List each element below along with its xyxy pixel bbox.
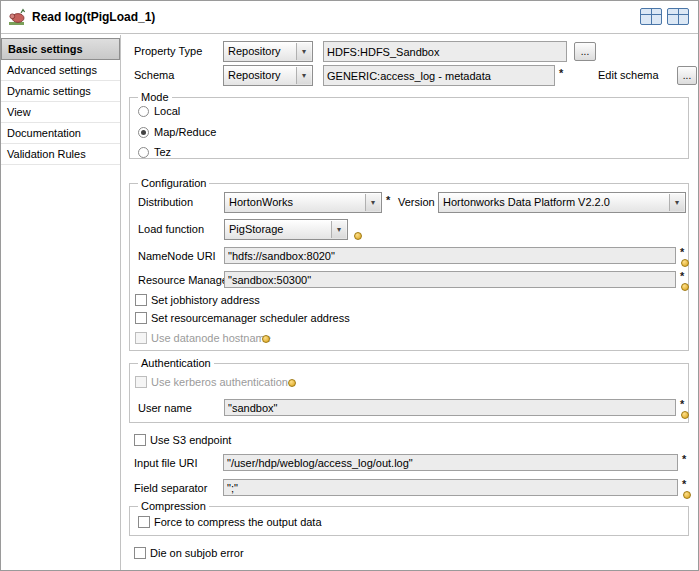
chevron-down-icon: ▾	[331, 221, 346, 238]
set-resourcemanager-scheduler-label[interactable]: Set resourcemanager scheduler address	[151, 312, 350, 324]
version-combo-value: Hortonworks Data Platform V2.2.0	[443, 196, 667, 208]
property-type-label: Property Type	[134, 45, 202, 57]
page-title: Read log(tPigLoad_1)	[32, 10, 155, 24]
edit-schema-label: Edit schema	[598, 69, 659, 81]
set-resourcemanager-scheduler-checkbox[interactable]	[135, 312, 147, 324]
load-function-combo-value: PigStorage	[229, 223, 329, 235]
schema-field[interactable]	[323, 65, 555, 86]
grid-view-icon[interactable]	[640, 8, 662, 25]
chevron-down-icon: ▾	[669, 194, 684, 211]
use-kerberos-checkbox	[135, 376, 147, 388]
set-jobhistory-checkbox[interactable]	[135, 294, 147, 306]
namenode-uri-field[interactable]	[224, 247, 676, 264]
version-label: Version	[398, 196, 435, 208]
sidebar-item-dynamic-settings[interactable]: Dynamic settings	[1, 81, 120, 102]
property-type-combo[interactable]: Repository ▾	[223, 41, 313, 62]
warning-icon	[262, 335, 270, 343]
edit-schema-browse-button[interactable]: ...	[677, 66, 697, 85]
user-name-label: User name	[138, 402, 192, 414]
use-s3-endpoint-checkbox[interactable]	[134, 434, 146, 446]
warning-icon	[354, 232, 362, 240]
mode-local-radio[interactable]	[138, 106, 149, 117]
chevron-down-icon: ▾	[365, 194, 380, 211]
distribution-combo-value: HortonWorks	[229, 196, 363, 208]
component-settings-panel: Read log(tPigLoad_1) Basic settings Adva…	[0, 0, 699, 571]
load-function-label: Load function	[138, 223, 204, 235]
property-type-browse-button[interactable]: ...	[574, 42, 596, 61]
property-type-combo-value: Repository	[228, 45, 294, 57]
resource-manager-field[interactable]	[224, 271, 676, 288]
use-s3-endpoint-label[interactable]: Use S3 endpoint	[150, 434, 231, 446]
field-separator-label: Field separator	[134, 482, 207, 494]
load-function-combo[interactable]: PigStorage ▾	[224, 219, 348, 240]
mode-tez-label[interactable]: Tez	[154, 146, 171, 158]
schema-combo-value: Repository	[228, 69, 294, 81]
die-on-subjob-error-label[interactable]: Die on subjob error	[150, 547, 244, 559]
user-name-required-mark: *	[680, 398, 684, 410]
use-kerberos-label: Use kerberos authentication	[151, 376, 288, 388]
distribution-required-mark: *	[386, 194, 390, 206]
sidebar-item-basic-settings[interactable]: Basic settings	[1, 38, 120, 60]
force-compress-label[interactable]: Force to compress the output data	[154, 516, 322, 528]
field-separator-required-mark: *	[682, 478, 686, 490]
schema-label: Schema	[134, 69, 174, 81]
authentication-group-title: Authentication	[138, 357, 214, 370]
sidebar-item-documentation[interactable]: Documentation	[1, 123, 120, 144]
set-jobhistory-label[interactable]: Set jobhistory address	[151, 294, 260, 306]
authentication-group: Authentication Use kerberos authenticati…	[129, 363, 689, 423]
sidebar-item-advanced-settings[interactable]: Advanced settings	[1, 60, 120, 81]
namenode-required-mark: *	[680, 246, 684, 258]
schema-combo[interactable]: Repository ▾	[223, 65, 313, 86]
configuration-group-title: Configuration	[138, 177, 209, 190]
input-file-uri-required-mark: *	[682, 453, 686, 465]
tpigload-component-icon	[8, 8, 26, 26]
warning-icon	[683, 491, 691, 499]
compression-group-title: Compression	[138, 500, 209, 513]
grid-view-alt-icon[interactable]	[667, 8, 689, 25]
distribution-combo[interactable]: HortonWorks ▾	[224, 192, 382, 213]
mode-local-label[interactable]: Local	[154, 105, 180, 117]
resource-manager-label: Resource Manager	[138, 274, 232, 286]
configuration-group: Configuration Distribution HortonWorks ▾…	[129, 183, 689, 351]
mode-mapreduce-radio[interactable]	[138, 127, 149, 138]
warning-icon	[681, 283, 689, 291]
warning-icon	[288, 379, 296, 387]
sidebar-item-validation-rules[interactable]: Validation Rules	[1, 144, 120, 165]
chevron-down-icon: ▾	[296, 67, 311, 84]
mode-group: Mode Local Map/Reduce Tez	[129, 97, 689, 159]
input-file-uri-field[interactable]	[223, 454, 678, 471]
settings-sidebar: Basic settings Advanced settings Dynamic…	[1, 35, 121, 571]
sidebar-item-view[interactable]: View	[1, 102, 120, 123]
property-type-field[interactable]	[323, 41, 567, 62]
mode-group-title: Mode	[138, 91, 172, 104]
header: Read log(tPigLoad_1)	[1, 1, 698, 34]
version-combo[interactable]: Hortonworks Data Platform V2.2.0 ▾	[438, 192, 686, 213]
mode-mapreduce-label[interactable]: Map/Reduce	[154, 126, 216, 138]
mode-tez-radio[interactable]	[138, 147, 149, 158]
schema-required-mark: *	[559, 67, 563, 79]
distribution-label: Distribution	[138, 196, 193, 208]
chevron-down-icon: ▾	[296, 43, 311, 60]
resource-manager-required-mark: *	[680, 270, 684, 282]
field-separator-field[interactable]	[223, 479, 678, 496]
input-file-uri-label: Input file URI	[134, 457, 198, 469]
warning-icon	[681, 411, 689, 419]
use-datanode-hostname-label: Use datanode hostname	[151, 332, 271, 344]
compression-group: Compression Force to compress the output…	[129, 506, 689, 536]
die-on-subjob-error-checkbox[interactable]	[134, 547, 146, 559]
force-compress-checkbox[interactable]	[138, 516, 150, 528]
warning-icon	[681, 259, 689, 267]
user-name-field[interactable]	[224, 399, 676, 416]
use-datanode-hostname-checkbox	[135, 332, 147, 344]
namenode-uri-label: NameNode URI	[138, 250, 216, 262]
